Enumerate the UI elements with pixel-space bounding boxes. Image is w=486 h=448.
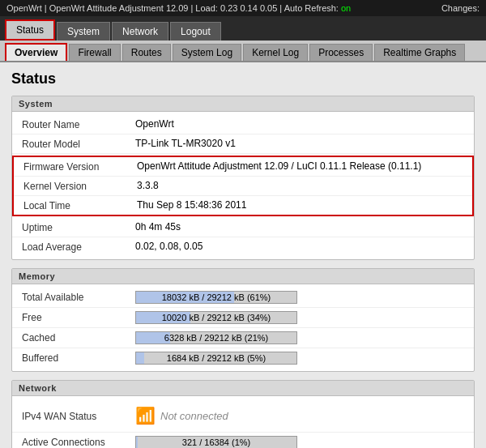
value-load: 0.02, 0.08, 0.05 bbox=[135, 241, 464, 252]
label-kernel: Kernel Version bbox=[23, 180, 137, 192]
changes-label: Changes: bbox=[441, 3, 480, 13]
titlebar: OpenWrt | OpenWrt Attitude Adjustment 12… bbox=[0, 0, 486, 16]
table-row: Buffered 1684 kB / 29212 kB (5%) bbox=[12, 348, 474, 368]
value-total-avail: 18032 kB / 29212 kB (61%) bbox=[135, 291, 464, 304]
sub-tab-syslog[interactable]: System Log bbox=[173, 44, 241, 61]
table-row: IPv4 WAN Status 📶 Not connected bbox=[12, 399, 474, 433]
label-load: Load Average bbox=[22, 241, 135, 253]
progress-bar-free: 10020 kB / 29212 kB (34%) bbox=[135, 311, 297, 324]
title-text: OpenWrt | OpenWrt Attitude Adjustment 12… bbox=[6, 3, 351, 13]
nav-tab-logout[interactable]: Logout bbox=[170, 22, 221, 41]
table-row: Firmware Version OpenWrt Attitude Adjust… bbox=[14, 157, 472, 177]
value-router-model: TP-Link TL-MR3020 v1 bbox=[135, 138, 464, 149]
progress-bar-cached: 6328 kB / 29212 kB (21%) bbox=[135, 331, 297, 344]
sub-tab-realtime[interactable]: Realtime Graphs bbox=[374, 44, 465, 61]
sub-tab-firewall[interactable]: Firewall bbox=[69, 44, 120, 61]
value-localtime: Thu Sep 8 15:48:36 2011 bbox=[137, 199, 463, 211]
top-nav: Status System Network Logout bbox=[0, 16, 486, 41]
network-section: Network IPv4 WAN Status 📶 Not connected … bbox=[11, 380, 475, 448]
value-buffered: 1684 kB / 29212 kB (5%) bbox=[135, 352, 464, 365]
memory-section-header: Memory bbox=[12, 269, 474, 284]
system-section-body: Router Name OpenWrt Router Model TP-Link… bbox=[12, 112, 474, 259]
label-uptime: Uptime bbox=[22, 221, 135, 233]
table-row: Uptime 0h 4m 45s bbox=[12, 218, 474, 237]
label-cached: Cached bbox=[22, 331, 135, 343]
value-firmware: OpenWrt Attitude Adjustment 12.09 / LuCI… bbox=[137, 160, 463, 172]
label-buffered: Buffered bbox=[22, 352, 135, 364]
progress-bar-total: 18032 kB / 29212 kB (61%) bbox=[135, 291, 297, 304]
value-free: 10020 kB / 29212 kB (34%) bbox=[135, 311, 464, 324]
system-section: System Router Name OpenWrt Router Model … bbox=[11, 96, 475, 260]
table-row: Cached 6328 kB / 29212 kB (21%) bbox=[12, 328, 474, 348]
table-row: Free 10020 kB / 29212 kB (34%) bbox=[12, 308, 474, 328]
table-row: Router Model TP-Link TL-MR3020 v1 bbox=[12, 134, 474, 154]
network-section-header: Network bbox=[12, 381, 474, 396]
progress-bar-connections: 321 / 16384 (1%) bbox=[135, 436, 297, 448]
label-router-model: Router Model bbox=[22, 138, 135, 150]
label-active-conn: Active Connections bbox=[22, 436, 135, 448]
value-kernel: 3.3.8 bbox=[137, 180, 463, 191]
label-wan-status: IPv4 WAN Status bbox=[22, 410, 135, 422]
wan-disconnected-icon: 📶 bbox=[135, 406, 156, 425]
table-row: Active Connections 321 / 16384 (1%) bbox=[12, 433, 474, 448]
nav-tab-system[interactable]: System bbox=[57, 22, 110, 41]
sub-nav: Overview Firewall Routes System Log Kern… bbox=[0, 41, 486, 62]
sub-tab-processes[interactable]: Processes bbox=[309, 44, 373, 61]
label-free: Free bbox=[22, 311, 135, 323]
wan-status-display: 📶 Not connected bbox=[135, 406, 464, 425]
network-section-body: IPv4 WAN Status 📶 Not connected Active C… bbox=[12, 396, 474, 448]
value-uptime: 0h 4m 45s bbox=[135, 221, 464, 233]
value-wan-status: 📶 Not connected bbox=[135, 406, 464, 425]
value-router-name: OpenWrt bbox=[135, 118, 464, 130]
auto-refresh-status: on bbox=[341, 3, 351, 13]
value-cached: 6328 kB / 29212 kB (21%) bbox=[135, 331, 464, 344]
main-content: Status System Router Name OpenWrt Router… bbox=[0, 62, 486, 448]
sub-tab-kernellog[interactable]: Kernel Log bbox=[243, 44, 308, 61]
table-row: Kernel Version 3.3.8 bbox=[14, 177, 472, 196]
value-active-conn: 321 / 16384 (1%) bbox=[135, 436, 464, 448]
wan-status-text: Not connected bbox=[160, 410, 228, 422]
page-title: Status bbox=[11, 70, 475, 87]
label-total-avail: Total Available bbox=[22, 291, 135, 303]
table-row: Router Name OpenWrt bbox=[12, 115, 474, 134]
nav-tab-network[interactable]: Network bbox=[112, 22, 168, 41]
table-row: Total Available 18032 kB / 29212 kB (61%… bbox=[12, 288, 474, 308]
memory-section: Memory Total Available 18032 kB / 29212 … bbox=[11, 268, 475, 372]
table-row: Load Average 0.02, 0.08, 0.05 bbox=[12, 237, 474, 256]
progress-bar-buffered: 1684 kB / 29212 kB (5%) bbox=[135, 352, 297, 365]
sub-tab-overview[interactable]: Overview bbox=[5, 43, 67, 61]
table-row: Local Time Thu Sep 8 15:48:36 2011 bbox=[14, 196, 472, 215]
sub-tab-routes[interactable]: Routes bbox=[122, 44, 171, 61]
label-firmware: Firmware Version bbox=[23, 160, 137, 173]
label-router-name: Router Name bbox=[22, 118, 135, 130]
label-localtime: Local Time bbox=[23, 199, 137, 211]
nav-tab-status[interactable]: Status bbox=[5, 19, 55, 41]
memory-section-body: Total Available 18032 kB / 29212 kB (61%… bbox=[12, 284, 474, 371]
system-section-header: System bbox=[12, 96, 474, 112]
